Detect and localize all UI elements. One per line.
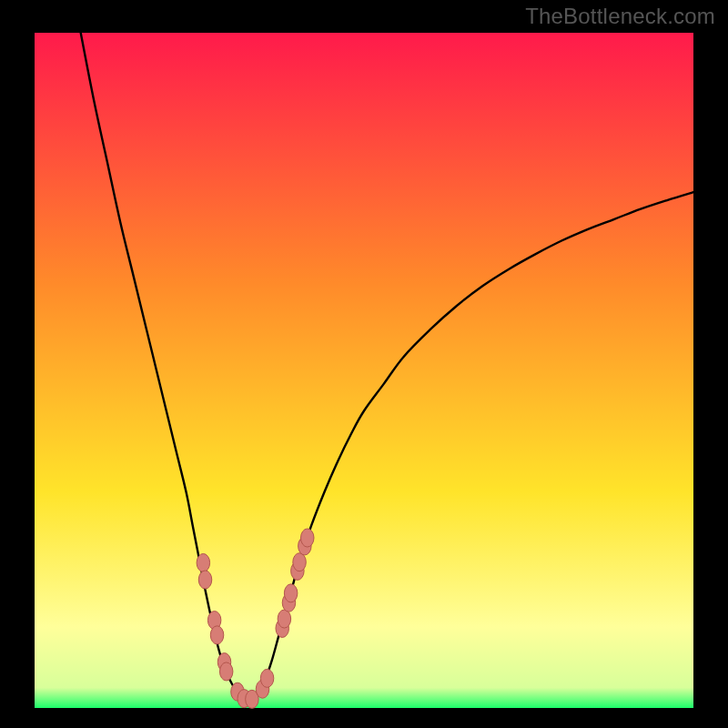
data-marker	[197, 553, 209, 571]
data-marker	[210, 626, 223, 644]
data-marker	[293, 553, 306, 571]
bottleneck-chart: TheBottleneck.com	[0, 0, 728, 728]
data-marker	[198, 571, 211, 589]
chart-canvas	[0, 0, 728, 728]
svg-rect-1	[35, 33, 693, 708]
data-marker	[260, 669, 273, 687]
data-marker	[219, 662, 232, 681]
data-marker	[284, 584, 297, 602]
data-marker	[301, 529, 314, 547]
data-marker	[278, 610, 290, 628]
attribution-text: TheBottleneck.com	[525, 4, 715, 29]
